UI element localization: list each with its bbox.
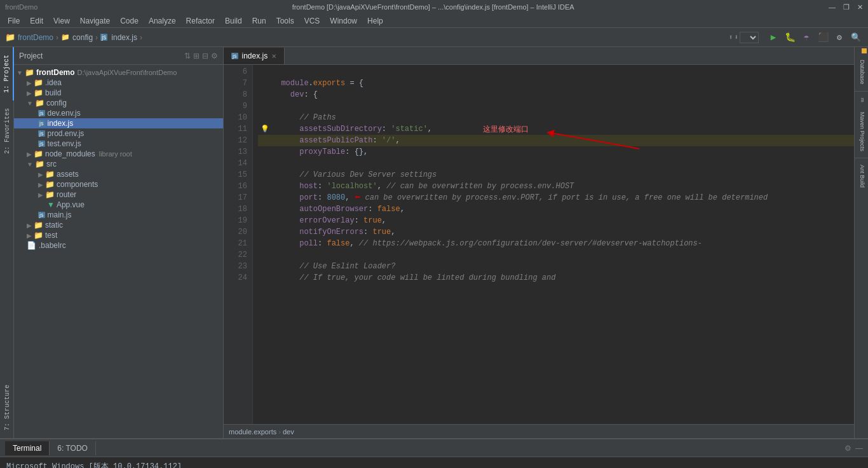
project-header: Project ⇅ ⊞ ⊟ ⚙ (14, 47, 223, 65)
coverage-button[interactable]: ☂ (799, 31, 813, 45)
expand-icon[interactable]: ⊞ (193, 52, 200, 60)
terminal-icons: ⚙ — (844, 444, 863, 453)
run-config-select[interactable] (740, 32, 759, 43)
sidebar-item-maven-projects[interactable]: Maven Projects (855, 107, 868, 156)
breadcrumb-project[interactable]: frontDemo (18, 33, 53, 42)
chevron-down-icon: ▼ (17, 69, 23, 76)
close-button[interactable]: ✕ (857, 3, 863, 11)
menu-file[interactable]: File (3, 15, 25, 27)
menu-help[interactable]: Help (362, 15, 388, 27)
tree-item-test[interactable]: ▶ 📁 test (14, 230, 223, 240)
menu-navigate[interactable]: Navigate (75, 15, 115, 27)
maximize-button[interactable]: ❐ (843, 3, 850, 11)
run-button[interactable]: ▶ (766, 31, 780, 45)
tab-todo[interactable]: 6: TODO (50, 441, 96, 455)
terminal-header: Terminal 6: TODO ⚙ — (0, 439, 868, 457)
breadcrumb-file[interactable]: index.js (111, 33, 137, 42)
breadcrumb-config[interactable]: config (72, 33, 93, 42)
tree-item-static[interactable]: ▶ 📁 static (14, 220, 223, 230)
code-line: 💡 assetsSubDirectory: 'static', 这里修改端口 (258, 123, 854, 135)
terminal-body[interactable]: Microsoft Windows [版本 10.0.17134.112] (c… (0, 457, 868, 468)
vue-file-icon: ▼ (47, 200, 55, 209)
tree-label-test-env: test.env.js (48, 139, 81, 148)
tree-item-components[interactable]: ▶ 📁 components (14, 179, 223, 189)
tree-label-idea: .idea (45, 78, 62, 87)
tree-item-assets[interactable]: ▶ 📁 assets (14, 169, 223, 179)
tree-path-frontdemo: D:\javaApiXVueFront\frontDemo (78, 69, 177, 76)
tree-item-router[interactable]: ▶ 📁 router (14, 189, 223, 200)
tree-item-app-vue[interactable]: ▼ App.vue (14, 200, 223, 210)
settings-icon[interactable]: ⚙ (832, 31, 846, 45)
menu-build[interactable]: Build (220, 15, 247, 27)
menu-view[interactable]: View (48, 15, 75, 27)
minimize-terminal-icon[interactable]: — (855, 444, 863, 453)
tree-item-main-js[interactable]: js main.js (14, 210, 223, 220)
gear-icon[interactable]: ⚙ (211, 52, 218, 60)
tree-label-config: config (46, 99, 67, 107)
js-file-icon: js (38, 110, 45, 116)
breadcrumb-module-exports: module.exports (229, 428, 276, 436)
project-tree: ▼ 📁 frontDemo D:\javaApiXVueFront\frontD… (14, 65, 223, 438)
collapse-icon[interactable]: ⊟ (202, 52, 208, 60)
minimize-button[interactable]: — (829, 3, 836, 11)
sidebar-item-maven[interactable]: m (855, 93, 868, 107)
menu-window[interactable]: Window (325, 15, 362, 27)
tree-item-node-modules[interactable]: ▶ 📁 node_modules library root (14, 149, 223, 159)
js-tab-icon: js (231, 53, 238, 59)
tab-index-js[interactable]: js index.js ✕ (224, 48, 285, 64)
code-line: assetsPublicPath: '/', (258, 135, 854, 146)
tab-terminal[interactable]: Terminal (5, 441, 50, 455)
menu-tools[interactable]: Tools (271, 15, 299, 27)
tree-item-build[interactable]: ▶ 📁 build (14, 88, 223, 98)
sidebar-item-favorites[interactable]: 2: Favorites (0, 100, 14, 162)
sidebar-item-project[interactable]: 1: Project (0, 47, 14, 100)
sync-icon[interactable]: ⇅ (184, 52, 191, 60)
chevron-right-icon: ▶ (27, 79, 32, 86)
menu-run[interactable]: Run (247, 15, 271, 27)
sidebar-item-structure[interactable]: 7: Structure (0, 377, 14, 438)
sidebar-item-database[interactable]: Database (855, 55, 868, 90)
breadcrumb: 📁 frontDemo › 📁 config › js index.js › (5, 32, 142, 42)
code-line: dev: { (258, 89, 854, 100)
menu-refactor[interactable]: Refactor (181, 15, 220, 27)
settings-icon[interactable]: ⚙ (844, 444, 851, 453)
divider (855, 91, 868, 92)
code-line: autoOpenBrowser: false, (258, 203, 854, 215)
search-everywhere-icon[interactable]: 🔍 (849, 31, 863, 45)
code-line: port: 8080, ⬅ can be overwritten by proc… (258, 192, 854, 203)
terminal-panel: Terminal 6: TODO ⚙ — Microsoft Windows [… (0, 438, 868, 468)
menu-vcs[interactable]: VCS (299, 15, 325, 27)
menu-analyze[interactable]: Analyze (144, 15, 181, 27)
tree-label-frontdemo: frontDemo (36, 68, 75, 77)
code-content[interactable]: module.exports = { dev: { // Paths (253, 65, 854, 424)
code-line: // If true, your code will be linted dur… (258, 272, 854, 284)
tree-label-main-js: main.js (48, 210, 72, 219)
project-header-icons: ⇅ ⊞ ⊟ ⚙ (184, 52, 218, 60)
tree-label-index-js: index.js (48, 119, 74, 128)
folder-icon: 📁 (35, 160, 44, 169)
tree-item-idea[interactable]: ▶ 📁 .idea (14, 78, 223, 88)
code-editor[interactable]: 6 7 8 9 10 11 12 13 14 15 16 17 18 19 20… (224, 65, 854, 424)
chevron-right-icon: ▶ (27, 232, 32, 239)
code-line: proxyTable: {}, (258, 146, 854, 158)
tree-item-config[interactable]: ▼ 📁 config (14, 98, 223, 108)
folder-icon: 📁 (25, 68, 34, 77)
close-tab-icon[interactable]: ✕ (271, 53, 276, 60)
chevron-down-icon: ▼ (27, 161, 33, 168)
tree-item-babelrc[interactable]: 📄 .babelrc (14, 240, 223, 251)
menu-code[interactable]: Code (115, 15, 144, 27)
sidebar-item-ant-build[interactable]: Ant Build (855, 160, 868, 193)
code-line: // Various Dev Server settings (258, 169, 854, 181)
nav-bar: 📁 frontDemo › 📁 config › js index.js › ⬆… (0, 28, 868, 47)
left-sidebar-tabs: 1: Project 2: Favorites 7: Structure (0, 47, 14, 438)
tree-item-test-env[interactable]: js test.env.js (14, 139, 223, 149)
debug-button[interactable]: 🐛 (783, 31, 797, 45)
tree-item-src[interactable]: ▼ 📁 src (14, 159, 223, 169)
tree-item-dev-env[interactable]: js dev.env.js (14, 108, 223, 118)
tree-item-root[interactable]: ▼ 📁 frontDemo D:\javaApiXVueFront\frontD… (14, 67, 223, 78)
menu-edit[interactable]: Edit (25, 15, 48, 27)
tree-item-index-js[interactable]: js index.js (14, 118, 223, 128)
tree-item-prod-env[interactable]: js prod.env.js (14, 128, 223, 139)
stop-button[interactable]: ⬛ (816, 31, 830, 45)
tree-label-prod-env: prod.env.js (48, 129, 85, 138)
